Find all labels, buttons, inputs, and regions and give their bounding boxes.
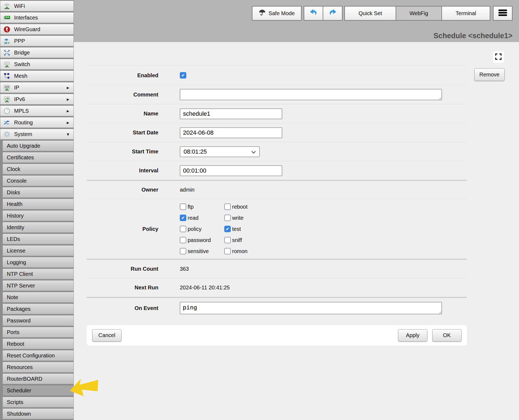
enabled-checkbox[interactable] [180,72,186,79]
policy-checkbox[interactable] [224,237,231,243]
policy-checkbox[interactable] [180,237,186,243]
system-submenu-item[interactable]: Identity [2,222,74,233]
apply-button[interactable]: Apply [398,329,427,342]
system-submenu-item[interactable]: Health [2,199,74,209]
system-submenu-item[interactable]: Auto Upgrade [2,140,74,151]
system-submenu-item[interactable]: Reset Configuration [2,350,74,361]
start-time-label: Start Time [87,148,158,155]
policy-checkbox[interactable] [180,203,186,210]
policy-option[interactable]: ftp [180,203,224,210]
policy-checkbox[interactable] [224,248,231,254]
sidebar-item[interactable]: Routing ► [0,117,74,128]
sidebar-item-label: MPLS [14,108,29,114]
sidebar-item-label: Mesh [14,73,27,79]
sidebar-item-label: WiFi [14,3,25,9]
system-submenu-item[interactable]: NTP Server [2,280,74,291]
policy-option[interactable]: policy [180,226,224,232]
sidebar-item[interactable]: Bridge [0,47,74,58]
sidebar-item[interactable]: WireGuard [0,24,74,35]
policy-option[interactable]: read [180,215,224,221]
remove-button[interactable]: Remove [474,68,505,81]
sidebar-item[interactable]: Switch [0,59,74,70]
sidebar-item-label: Routing [14,119,33,126]
system-submenu-item[interactable]: Console [2,175,74,186]
start-date-label: Start Date [87,130,158,136]
sidebar-item[interactable]: Interfaces [0,12,74,23]
policy-checkbox[interactable] [180,226,186,232]
system-submenu-item[interactable]: License [2,245,74,256]
start-date-input[interactable] [180,127,282,138]
policy-option[interactable]: romon [224,248,248,255]
system-submenu-item[interactable]: Shutdown [2,408,74,419]
policy-option[interactable]: sensitive [180,248,224,255]
safe-mode-button[interactable]: Safe Mode [252,6,302,21]
ok-button[interactable]: OK [432,329,462,342]
sidebar-item[interactable]: 6 IPv6 ► [0,94,74,105]
system-submenu-item-label: Ports [7,329,20,335]
on-event-textarea[interactable]: ping [180,302,442,314]
system-submenu-item-label: NTP Server [7,283,35,289]
menu-button[interactable] [493,6,512,21]
fullscreen-button[interactable] [492,51,504,63]
policy-checkbox[interactable] [180,248,186,254]
policy-checkbox[interactable] [224,203,231,210]
system-submenu-item[interactable]: LEDs [2,234,74,244]
system-submenu-item[interactable]: Note [2,292,74,303]
system-submenu-item[interactable]: Password [2,315,74,326]
undo-arrow-icon [309,8,318,18]
comment-label: Comment [87,92,158,98]
form-row-comment: Comment [87,85,467,104]
system-submenu-item-label: Resources [7,364,33,370]
policy-checkbox[interactable] [224,215,231,221]
system-submenu-item[interactable]: History [2,210,74,221]
undo-button[interactable] [304,6,323,21]
interval-input[interactable] [180,165,282,176]
sidebar: WiFi Interfaces WireGuard PPP Bridge [0,0,74,420]
content-area: Remove Enabled Comment Name Start Date [74,42,519,420]
comment-textarea[interactable] [180,89,442,100]
system-submenu-item[interactable]: RouterBOARD [2,373,74,384]
webfig-tab[interactable]: WebFig [396,6,442,21]
next-run-label: Next Run [87,285,158,291]
umbrella-icon [259,9,266,18]
system-submenu-item[interactable]: Certificates [2,152,74,163]
system-submenu-item[interactable]: Clock [2,164,74,175]
policy-option[interactable]: write [224,215,248,221]
sidebar-item[interactable]: PPP [0,35,74,46]
hamburger-icon [498,9,507,18]
system-submenu-item[interactable]: NTP Client [2,269,74,279]
submenu-arrow-icon: ► [66,97,70,102]
run-count-label: Run Count [87,266,158,272]
policy-option[interactable]: reboot [224,203,248,210]
sidebar-top-menu: WiFi Interfaces WireGuard PPP Bridge [0,1,74,140]
system-submenu-item-label: License [7,248,25,254]
system-submenu-item[interactable]: Resources [2,362,74,373]
sidebar-item[interactable]: MPLS ► [0,105,74,116]
terminal-tab[interactable]: Terminal [441,6,490,21]
schedule-form: Enabled Comment Name Start Date Start Ti [87,66,467,345]
system-submenu-item[interactable]: Scripts [2,397,74,408]
policy-option[interactable]: sniff [224,237,248,244]
cancel-button[interactable]: Cancel [92,329,121,342]
name-input[interactable] [180,108,282,119]
sidebar-item[interactable]: WiFi [0,1,74,11]
system-submenu-item[interactable]: Reboot [2,338,74,349]
system-submenu-item[interactable]: Packages [2,303,74,314]
policy-checkbox[interactable] [180,215,186,221]
sidebar-item[interactable]: Mesh [0,70,74,81]
sidebar-item[interactable]: 255 IP ► [0,82,74,93]
policy-checkbox[interactable] [224,226,231,232]
sidebar-item-label: IPv6 [14,96,25,102]
sidebar-item-label: PPP [14,38,25,44]
system-submenu-item[interactable]: Logging [2,257,74,268]
system-submenu-item[interactable]: Scheduler [2,385,74,396]
start-time-select[interactable]: 08:01:25 [180,146,260,157]
system-submenu-item[interactable]: Ports [2,327,74,338]
svg-text:255: 255 [5,85,9,88]
quick-set-tab[interactable]: Quick Set [344,6,396,21]
policy-option[interactable]: password [180,237,224,244]
sidebar-item[interactable]: System ▼ [0,129,74,140]
redo-button[interactable] [323,6,342,21]
system-submenu-item[interactable]: Disks [2,187,74,198]
policy-option[interactable]: test [224,226,248,232]
